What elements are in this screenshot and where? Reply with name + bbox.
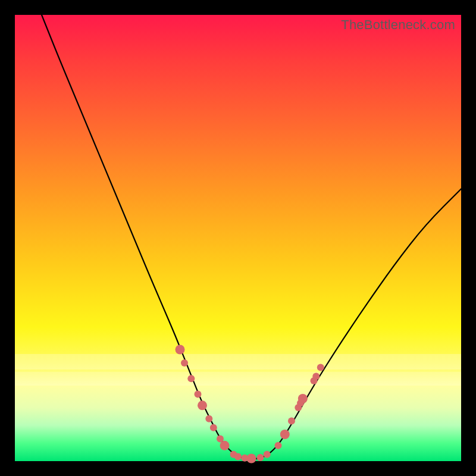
curve-marker: [298, 394, 308, 403]
curve-markers: [176, 345, 324, 464]
curve-marker: [247, 454, 256, 464]
curve-marker: [234, 453, 242, 461]
curve-marker: [280, 430, 290, 439]
curve-marker: [176, 345, 185, 355]
curve-marker: [220, 441, 230, 450]
curve-marker: [317, 364, 324, 371]
chart-plot-area: TheBottleneck.com: [15, 15, 461, 461]
curve-marker: [198, 400, 207, 410]
curve-marker: [288, 418, 295, 425]
curve-marker: [210, 424, 217, 431]
curve-marker: [275, 442, 282, 449]
curve-marker: [205, 415, 212, 422]
bottleneck-curve: [42, 15, 461, 459]
curve-marker: [187, 375, 195, 382]
curve-marker: [264, 451, 271, 458]
curve-marker: [181, 359, 188, 367]
chart-frame: TheBottleneck.com: [0, 0, 476, 476]
curve-marker: [312, 373, 320, 380]
chart-svg: [15, 15, 461, 461]
curve-marker: [195, 391, 202, 398]
curve-marker: [257, 454, 264, 461]
